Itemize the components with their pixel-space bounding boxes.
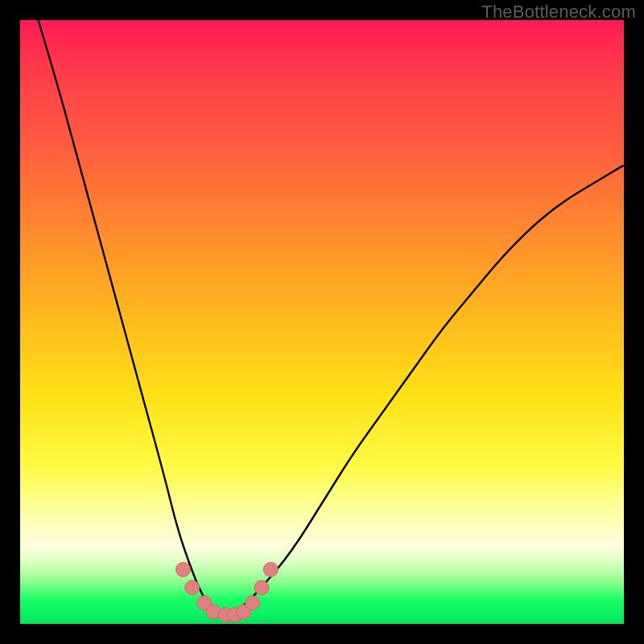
highlight-markers [176, 563, 279, 622]
marker-dot [254, 580, 269, 595]
marker-dot [185, 580, 200, 595]
marker-dot [176, 563, 191, 577]
curve-layer [20, 20, 624, 624]
bottleneck-curve [39, 20, 625, 617]
chart-frame: TheBottleneck.com [0, 0, 644, 644]
plot-area [20, 20, 624, 624]
marker-dot [263, 563, 278, 577]
marker-dot [246, 596, 260, 610]
